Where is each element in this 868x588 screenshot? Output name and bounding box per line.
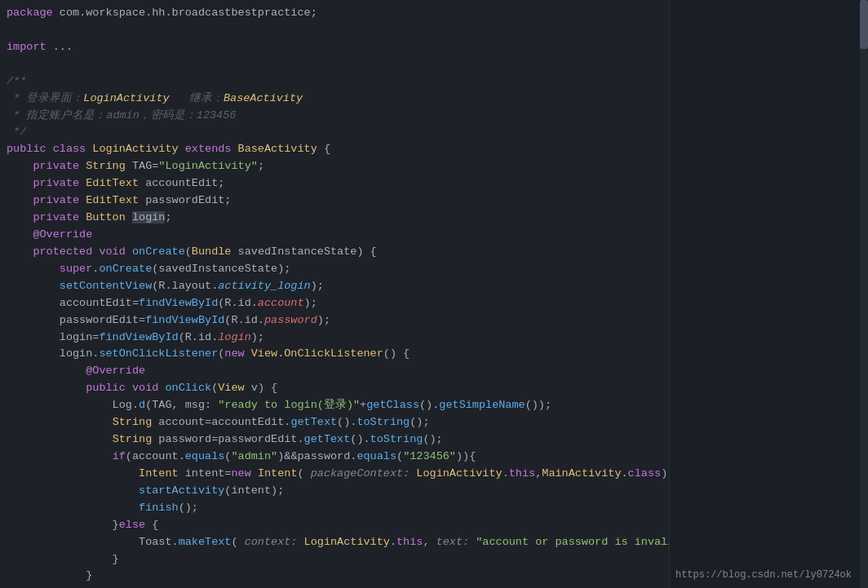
line-26: String password=passwordEdit.getText().t… xyxy=(7,431,669,449)
line-9: public class LoginActivity extends BaseA… xyxy=(7,141,669,158)
line-18: accountEdit=findViewById(R.id.account); xyxy=(7,295,669,312)
minimap xyxy=(669,0,860,588)
line-17: setContentView(R.layout.activity_login); xyxy=(7,278,669,295)
line-6: * 登录界面：LoginActivity 继承：BaseActivity xyxy=(7,91,669,108)
line-31: }else { xyxy=(7,517,669,534)
line-11: private EditText accountEdit; xyxy=(7,175,669,192)
line-34: } xyxy=(7,568,669,585)
line-33: } xyxy=(7,551,669,568)
line-25: String account=accountEdit.getText().toS… xyxy=(7,414,669,431)
line-22: @Override xyxy=(7,363,669,380)
line-29: startActivity(intent); xyxy=(7,483,669,500)
line-2 xyxy=(7,22,669,39)
line-12: private EditText passwordEdit; xyxy=(7,192,669,210)
line-5: /** xyxy=(7,73,669,91)
line-8: */ xyxy=(7,124,669,141)
attribution-url: https://blog.csdn.net/ly0724ok xyxy=(675,568,852,583)
line-7: * 指定账户名是：admin，密码是：123456 xyxy=(7,108,669,125)
line-19: passwordEdit=findViewById(R.id.password)… xyxy=(7,312,669,329)
line-16: super.onCreate(savedInstanceState); xyxy=(7,261,669,278)
line-15: protected void onCreate(Bundle savedInst… xyxy=(7,244,669,261)
line-3: import ... xyxy=(7,39,669,56)
scrollbar[interactable] xyxy=(860,0,868,588)
line-1: package com.workspace.hh.broadcastbestpr… xyxy=(7,5,669,22)
line-21: login.setOnClickListener(new View.OnClic… xyxy=(7,346,669,363)
line-35: }); xyxy=(7,585,669,588)
line-27: if(account.equals("admin")&&password.equ… xyxy=(7,449,669,466)
code-editor[interactable]: package com.workspace.hh.broadcastbestpr… xyxy=(0,0,669,588)
line-4 xyxy=(7,56,669,73)
line-20: login=findViewById(R.id.login); xyxy=(7,329,669,347)
scrollbar-thumb[interactable] xyxy=(860,0,868,49)
line-23: public void onClick(View v) { xyxy=(7,380,669,397)
line-14: @Override xyxy=(7,227,669,244)
line-13: private Button login; xyxy=(7,210,669,227)
line-24: Log.d(TAG, msg: "ready to login(登录)"+get… xyxy=(7,397,669,414)
line-30: finish(); xyxy=(7,500,669,517)
line-32: Toast.makeText( context: LoginActivity.t… xyxy=(7,534,669,551)
line-10: private String TAG="LoginActivity"; xyxy=(7,158,669,175)
line-28: Intent intent=new Intent( packageContext… xyxy=(7,466,669,483)
